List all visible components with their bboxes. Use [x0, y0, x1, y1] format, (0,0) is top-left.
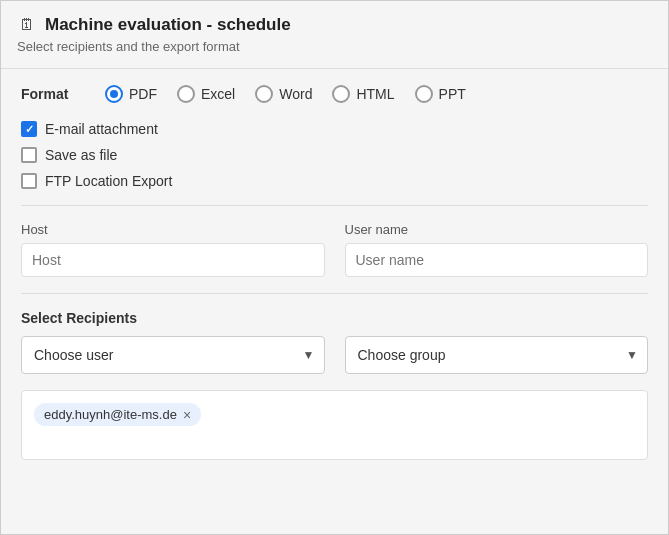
radio-word-label: Word	[279, 86, 312, 102]
save-as-file-checkbox[interactable]	[21, 147, 37, 163]
checkmark-icon: ✓	[25, 124, 34, 135]
radio-pdf-circle	[105, 85, 123, 103]
host-field-group: Host	[21, 222, 325, 277]
host-label: Host	[21, 222, 325, 237]
window-title: Machine evaluation - schedule	[45, 15, 291, 35]
divider-2	[21, 293, 648, 294]
radio-pdf-dot	[110, 90, 118, 98]
ftp-export-checkbox[interactable]	[21, 173, 37, 189]
format-radio-group: PDF Excel Word HTML PPT	[105, 85, 466, 103]
radio-ppt[interactable]: PPT	[415, 85, 466, 103]
save-as-file-label: Save as file	[45, 147, 117, 163]
ftp-export-label: FTP Location Export	[45, 173, 172, 189]
radio-ppt-circle	[415, 85, 433, 103]
host-input[interactable]	[21, 243, 325, 277]
choose-user-wrapper: Choose user ▼	[21, 336, 325, 374]
format-label: Format	[21, 86, 81, 102]
radio-excel-circle	[177, 85, 195, 103]
email-attachment-label: E-mail attachment	[45, 121, 158, 137]
select-row: Choose user ▼ Choose group ▼	[21, 336, 648, 374]
radio-pdf-label: PDF	[129, 86, 157, 102]
choose-user-select[interactable]: Choose user	[21, 336, 325, 374]
save-as-file-row[interactable]: Save as file	[21, 147, 648, 163]
recipient-tag[interactable]: eddy.huynh@ite-ms.de ×	[34, 403, 201, 426]
calendar-icon: 🗓	[17, 15, 37, 35]
format-row: Format PDF Excel Word	[21, 85, 648, 103]
recipient-email: eddy.huynh@ite-ms.de	[44, 407, 177, 422]
radio-ppt-label: PPT	[439, 86, 466, 102]
content-area: Format PDF Excel Word	[1, 69, 668, 534]
choose-group-select[interactable]: Choose group	[345, 336, 649, 374]
radio-word[interactable]: Word	[255, 85, 312, 103]
recipients-section-label: Select Recipients	[21, 310, 648, 326]
username-label: User name	[345, 222, 649, 237]
email-attachment-checkbox[interactable]: ✓	[21, 121, 37, 137]
radio-html[interactable]: HTML	[332, 85, 394, 103]
window-subtitle: Select recipients and the export format	[17, 39, 652, 64]
host-username-row: Host User name	[21, 222, 648, 277]
radio-excel-label: Excel	[201, 86, 235, 102]
title-bar: 🗓 Machine evaluation - schedule Select r…	[1, 1, 668, 69]
username-field-group: User name	[345, 222, 649, 277]
radio-html-circle	[332, 85, 350, 103]
radio-excel[interactable]: Excel	[177, 85, 235, 103]
radio-pdf[interactable]: PDF	[105, 85, 157, 103]
ftp-export-row[interactable]: FTP Location Export	[21, 173, 648, 189]
radio-html-label: HTML	[356, 86, 394, 102]
main-window: 🗓 Machine evaluation - schedule Select r…	[0, 0, 669, 535]
divider-1	[21, 205, 648, 206]
choose-group-wrapper: Choose group ▼	[345, 336, 649, 374]
remove-recipient-icon[interactable]: ×	[183, 408, 191, 422]
username-input[interactable]	[345, 243, 649, 277]
email-attachment-row[interactable]: ✓ E-mail attachment	[21, 121, 648, 137]
recipients-tags-area: eddy.huynh@ite-ms.de ×	[21, 390, 648, 460]
radio-word-circle	[255, 85, 273, 103]
